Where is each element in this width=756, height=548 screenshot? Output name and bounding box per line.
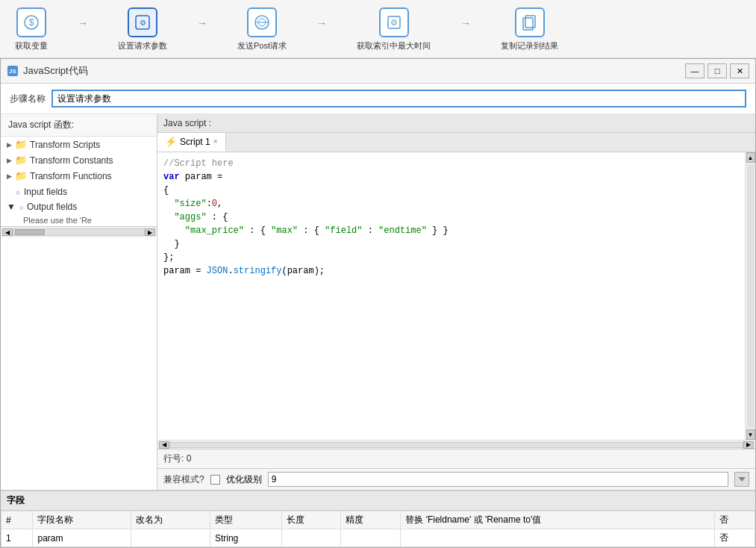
close-button[interactable]: ✕ xyxy=(730,63,749,78)
svg-text:⚙: ⚙ xyxy=(390,18,398,27)
folder-icon-constants: 📁 xyxy=(15,155,27,166)
opt-label: 优化级别 xyxy=(226,473,262,486)
workflow-toolbar: $ 获取变量 → ⚙ 设置请求参数 → 发送Post请求 → ⚙ 获取索引中最大… xyxy=(0,0,756,58)
col-length: 长度 xyxy=(281,511,341,529)
app-window: $ 获取变量 → ⚙ 设置请求参数 → 发送Post请求 → ⚙ 获取索引中最大… xyxy=(0,0,756,548)
vertical-scrollbar[interactable]: ▲ ▼ xyxy=(745,152,755,440)
scroll-up-btn[interactable]: ▲ xyxy=(746,152,755,163)
dialog-title-text: JavaScript代码 xyxy=(23,64,88,78)
sidebar-item-output-fields[interactable]: ▼ ⬦ Output fields xyxy=(1,199,157,214)
opt-icon-btn[interactable] xyxy=(734,472,749,487)
post-icon xyxy=(247,7,277,37)
toolbar-label-get-var: 获取变量 xyxy=(15,40,48,52)
fields-header: 字段 xyxy=(1,491,755,511)
tab-icon: ⚡ xyxy=(165,136,177,147)
status-bar: 行号: 0 xyxy=(157,449,755,468)
maximize-button[interactable]: □ xyxy=(707,63,727,78)
svg-marker-13 xyxy=(738,477,746,482)
scroll-right-btn[interactable]: ▶ xyxy=(145,228,155,236)
code-editor[interactable]: //Script here var param = { "size":0, "a… xyxy=(157,152,745,440)
line-value: 0 xyxy=(187,453,192,464)
cell-num: 1 xyxy=(1,529,33,547)
editor-panel: Java script : ⚡ Script 1 × //Script here… xyxy=(157,114,755,490)
toolbar-item-copy[interactable]: 复制记录到结果 xyxy=(501,7,558,52)
tab-bar: ⚡ Script 1 × xyxy=(157,133,755,152)
step-name-label: 步骤名称 xyxy=(10,93,46,105)
toolbar-item-post[interactable]: 发送Post请求 xyxy=(237,7,287,52)
code-line-6: "max_price" : { "max" : { "field" : "end… xyxy=(163,224,739,237)
script-tab-1[interactable]: ⚡ Script 1 × xyxy=(157,133,226,152)
arrow-icon-input: ▶ xyxy=(7,188,12,196)
sidebar-scrollbar[interactable]: ◀ ▶ xyxy=(1,226,157,237)
tab-close-btn[interactable]: × xyxy=(213,137,218,146)
cell-precision xyxy=(341,529,401,547)
code-line-5: "aggs" : { xyxy=(163,211,739,224)
code-line-3: { xyxy=(163,184,739,197)
cell-name: param xyxy=(33,529,131,547)
scroll-down-btn[interactable]: ▼ xyxy=(746,429,755,440)
svg-text:$: $ xyxy=(29,17,34,28)
minimize-button[interactable]: — xyxy=(685,63,705,78)
line-label: 行号: xyxy=(163,453,184,464)
h-scroll-track xyxy=(169,442,743,448)
arrow-2: → xyxy=(197,17,207,29)
sidebar-item-transform-functions[interactable]: ▶ 📁 Transform Functions xyxy=(1,168,157,184)
toolbar-label-copy: 复制记录到结果 xyxy=(501,40,558,52)
toolbar-item-set-params[interactable]: ⚙ 设置请求参数 xyxy=(118,7,167,52)
sidebar-item-transform-scripts[interactable]: ▶ 📁 Transform Scripts xyxy=(1,137,157,152)
arrow-icon-constants: ▶ xyxy=(7,157,12,164)
get-var-icon: $ xyxy=(16,7,46,37)
col-num: # xyxy=(1,511,33,529)
folder-icon-functions: 📁 xyxy=(15,170,27,181)
folder-icon-scripts: 📁 xyxy=(15,139,27,150)
code-line-2: var param = xyxy=(163,170,739,184)
svg-text:JS: JS xyxy=(9,68,16,75)
arrow-icon-output: ▼ xyxy=(7,202,16,212)
fields-section: 字段 # 字段名称 改名为 类型 长度 精度 替换 'Fieldname' 或 … xyxy=(1,490,755,547)
content-area: Java script 函数: ▶ 📁 Transform Scripts ▶ … xyxy=(1,114,755,490)
sidebar-label-output: Output fields xyxy=(27,202,77,212)
toolbar-item-get-index[interactable]: ⚙ 获取索引中最大时间 xyxy=(357,7,431,52)
h-scroll-left-btn[interactable]: ◀ xyxy=(159,441,169,449)
toolbar-item-get-var[interactable]: $ 获取变量 xyxy=(15,7,48,52)
compat-label: 兼容模式? xyxy=(163,473,204,486)
compat-checkbox[interactable] xyxy=(210,475,220,485)
cell-value: 否 xyxy=(714,529,755,547)
arrow-3: → xyxy=(316,17,327,29)
col-rename: 改名为 xyxy=(131,511,210,529)
sidebar-label-constants: Transform Constants xyxy=(30,155,113,166)
opt-input[interactable] xyxy=(268,472,728,487)
toolbar-label-get-index: 获取索引中最大时间 xyxy=(357,40,431,52)
tab-label: Script 1 xyxy=(180,137,210,147)
code-line-1: //Script here xyxy=(163,157,739,170)
code-line-8: }; xyxy=(163,251,739,264)
fields-table-header-row: # 字段名称 改名为 类型 长度 精度 替换 'Fieldname' 或 'Re… xyxy=(1,511,755,529)
code-line-7: } xyxy=(163,237,739,251)
svg-text:⚙: ⚙ xyxy=(140,19,146,27)
copy-icon xyxy=(515,7,545,37)
code-area-wrapper: //Script here var param = { "size":0, "a… xyxy=(157,152,755,440)
toolbar-label-post: 发送Post请求 xyxy=(237,40,287,52)
fields-table: # 字段名称 改名为 类型 长度 精度 替换 'Fieldname' 或 'Re… xyxy=(1,511,755,547)
arrow-1: → xyxy=(78,17,88,29)
get-index-icon: ⚙ xyxy=(379,7,409,37)
horizontal-scrollbar[interactable]: ◀ ▶ xyxy=(157,440,755,449)
arrow-4: → xyxy=(460,17,471,29)
js-icon: JS xyxy=(7,65,19,77)
output-fields-icon: ⬦ xyxy=(19,202,24,212)
scroll-left-btn[interactable]: ◀ xyxy=(2,228,13,236)
cell-type: String xyxy=(210,529,281,547)
toolbar-label-set-params: 设置请求参数 xyxy=(118,40,167,52)
sidebar-item-input-fields[interactable]: ▶ ⬦ Input fields xyxy=(1,184,157,199)
sidebar-label-input: Input fields xyxy=(24,187,67,197)
cell-length xyxy=(281,529,341,547)
col-name: 字段名称 xyxy=(33,511,131,529)
sidebar-label-functions: Transform Functions xyxy=(30,171,112,181)
compat-row: 兼容模式? 优化级别 xyxy=(157,468,755,490)
col-type: 类型 xyxy=(210,511,281,529)
col-replace: 替换 'Fieldname' 或 'Rename to'值 xyxy=(401,511,715,529)
step-name-input[interactable] xyxy=(51,90,746,108)
h-scroll-right-btn[interactable]: ▶ xyxy=(743,441,754,449)
cell-replace xyxy=(401,529,715,547)
sidebar-item-transform-constants[interactable]: ▶ 📁 Transform Constants xyxy=(1,152,157,168)
